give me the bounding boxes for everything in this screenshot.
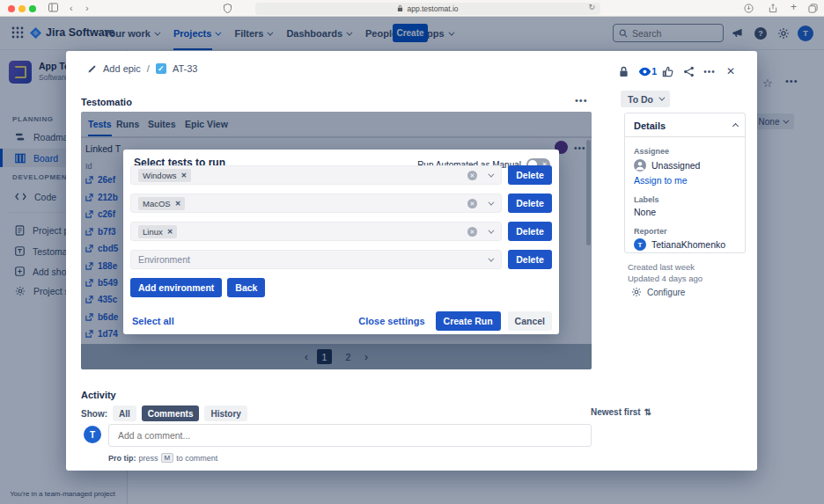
share-icon[interactable] <box>769 4 777 13</box>
sort-order-button[interactable]: Newest first ⇅ <box>591 407 651 417</box>
environment-row: Environment Delete <box>130 250 552 269</box>
assignee-value[interactable]: Unassigned <box>634 159 700 172</box>
browser-back-icon[interactable]: ‹ <box>70 3 73 14</box>
back-button[interactable]: Back <box>227 278 265 297</box>
chevron-down-icon[interactable] <box>488 255 494 261</box>
environment-row: Linux✕ ✕ Delete <box>130 222 552 241</box>
lock-icon[interactable] <box>613 62 634 80</box>
cancel-button[interactable]: Cancel <box>508 311 552 331</box>
add-environment-button[interactable]: Add environment <box>130 278 222 297</box>
traffic-zoom-icon[interactable] <box>29 5 36 12</box>
created-timestamp: Created last week <box>628 262 695 272</box>
labels-value[interactable]: None <box>634 207 656 217</box>
chevron-down-icon <box>658 95 665 101</box>
issue-more-icon[interactable]: ••• <box>699 62 720 80</box>
labels-label: Labels <box>634 195 659 204</box>
environment-select[interactable]: Windows✕ ✕ <box>130 165 502 185</box>
assignee-label: Assignee <box>634 147 669 156</box>
new-tab-icon[interactable]: + <box>791 2 797 13</box>
comment-input[interactable] <box>118 430 582 441</box>
filter-comments[interactable]: Comments <box>142 405 200 421</box>
details-title: Details <box>634 121 666 131</box>
thumbs-up-icon[interactable] <box>657 62 678 80</box>
traffic-minimize-icon[interactable] <box>18 5 26 12</box>
assign-to-me-link[interactable]: Assign to me <box>634 175 688 186</box>
details-panel: Details Assignee Unassigned Assign to me… <box>624 113 746 253</box>
task-type-icon: ✓ <box>156 63 166 74</box>
chevron-down-icon[interactable] <box>488 171 494 177</box>
environment-placeholder: Environment <box>138 254 190 265</box>
delete-environment-button[interactable]: Delete <box>508 222 552 241</box>
filter-all[interactable]: All <box>113 405 136 421</box>
traffic-close-icon[interactable] <box>8 5 15 12</box>
collapse-details-icon[interactable] <box>732 122 739 128</box>
select-tests-dialog: Select tests to run Run Automated as Man… <box>123 150 559 334</box>
gear-icon <box>631 287 642 297</box>
url-text: app.testomat.io <box>407 4 458 13</box>
unassigned-avatar-icon <box>634 159 646 172</box>
select-all-link[interactable]: Select all <box>132 316 174 326</box>
padlock-icon <box>397 4 403 12</box>
delete-environment-button[interactable]: Delete <box>508 194 552 213</box>
tab-overview-icon[interactable] <box>808 4 818 13</box>
environment-row: Windows✕ ✕ Delete <box>130 165 552 185</box>
reporter-label: Reporter <box>634 227 667 236</box>
reporter-value[interactable]: T TetianaKhomenko <box>634 238 725 251</box>
environment-tag: MacOS✕ <box>138 197 185 210</box>
clear-field-icon[interactable]: ✕ <box>467 199 477 208</box>
dialog-footer: Select all Close settings Create Run Can… <box>132 310 552 332</box>
share-issue-icon[interactable] <box>678 62 699 80</box>
commenter-avatar: T <box>84 426 101 443</box>
screenshot-root: ‹ › app.testomat.io ↻ + Jir <box>0 0 824 504</box>
browser-forward-icon[interactable]: › <box>85 3 89 14</box>
show-label: Show: <box>81 409 107 419</box>
close-issue-icon[interactable]: ✕ <box>720 62 741 80</box>
widget-title: Testomatio <box>81 97 132 107</box>
browser-shield-icon[interactable] <box>224 4 232 13</box>
issue-key-link[interactable]: AT-33 <box>173 63 198 74</box>
chevron-down-icon[interactable] <box>488 227 494 233</box>
downloads-icon[interactable] <box>744 4 754 13</box>
browser-sidebar-icon[interactable] <box>48 3 58 12</box>
status-dropdown[interactable]: To Do <box>621 91 670 107</box>
remove-tag-icon[interactable]: ✕ <box>167 228 173 236</box>
delete-environment-button[interactable]: Delete <box>508 250 552 269</box>
chevron-down-icon[interactable] <box>488 199 494 205</box>
issue-header-actions: 1 ••• ✕ <box>613 62 741 80</box>
delete-environment-button[interactable]: Delete <box>508 165 552 185</box>
breadcrumb: Add epic / ✓ AT-33 <box>87 63 197 74</box>
activity-filters: Show: All Comments History <box>81 405 247 421</box>
pencil-icon <box>87 64 97 74</box>
keyboard-key-m: M <box>161 453 174 463</box>
breadcrumb-separator: / <box>147 63 150 74</box>
filter-history[interactable]: History <box>204 405 246 421</box>
reporter-avatar: T <box>634 238 646 251</box>
page: Jira Software Your work Projects Filters… <box>0 17 824 504</box>
browser-chrome: ‹ › app.testomat.io ↻ + <box>0 0 824 17</box>
widget-more-icon[interactable]: ••• <box>575 95 588 106</box>
environment-select[interactable]: MacOS✕ ✕ <box>130 194 502 213</box>
protip: Pro tip: press M to comment <box>108 453 217 463</box>
clear-field-icon[interactable]: ✕ <box>467 227 477 237</box>
close-settings-link[interactable]: Close settings <box>358 316 424 326</box>
activity-title: Activity <box>81 390 116 400</box>
environment-row: MacOS✕ ✕ Delete <box>130 194 552 213</box>
details-divider <box>625 136 745 137</box>
environment-select[interactable]: Linux✕ ✕ <box>130 222 502 241</box>
environment-tag: Linux✕ <box>138 225 177 238</box>
url-bar[interactable]: app.testomat.io ↻ <box>255 3 600 15</box>
clear-field-icon[interactable]: ✕ <box>467 171 477 180</box>
refresh-icon[interactable]: ↻ <box>588 3 595 11</box>
remove-tag-icon[interactable]: ✕ <box>181 172 188 179</box>
remove-tag-icon[interactable]: ✕ <box>175 200 181 208</box>
configure-button[interactable]: Configure <box>631 287 685 297</box>
add-epic-link[interactable]: Add epic <box>103 63 141 74</box>
sort-icon: ⇅ <box>644 407 651 417</box>
environment-select-empty[interactable]: Environment <box>130 250 502 269</box>
issue-modal: Add epic / ✓ AT-33 1 ••• <box>66 51 757 471</box>
comment-box[interactable] <box>108 424 592 447</box>
dialog-buttons: Add environment Back <box>130 278 265 297</box>
environment-tag: Windows✕ <box>138 169 191 182</box>
create-run-button[interactable]: Create Run <box>436 311 501 331</box>
updated-timestamp: Updated 4 days ago <box>628 274 703 283</box>
